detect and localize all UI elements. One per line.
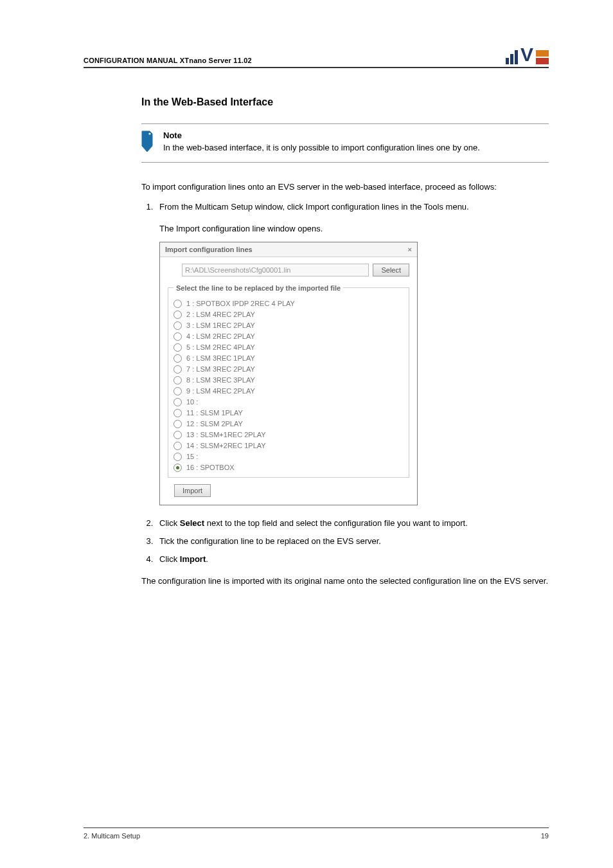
note-label: Note [163,131,480,140]
step-4-post: . [206,554,208,564]
config-line-label: 14 : SLSM+2REC 1PLAY [186,442,266,449]
radio-icon[interactable] [173,354,182,363]
config-line-option[interactable]: 14 : SLSM+2REC 1PLAY [173,440,404,451]
config-line-label: 13 : SLSM+1REC 2PLAY [186,431,266,439]
radio-icon[interactable] [173,343,182,352]
config-line-label: 9 : LSM 4REC 2PLAY [186,387,255,395]
config-line-label: 11 : SLSM 1PLAY [186,409,243,417]
step-1-subtext: The Import configuration line window ope… [159,222,549,235]
config-line-label: 3 : LSM 1REC 2PLAY [186,321,255,329]
import-button[interactable]: Import [174,484,211,497]
evs-logo: V [506,45,549,64]
path-input[interactable]: R:\ADL\Screenshots\Cfg00001.lin [182,264,369,276]
header-title: CONFIGURATION MANUAL XTnano Server 11.02 [84,57,252,64]
note-box: Note In the web-based interface, it is o… [141,123,549,163]
config-line-option[interactable]: 16 : SPOTBOX [173,462,404,473]
config-line-label: 4 : LSM 2REC 2PLAY [186,332,255,340]
config-line-option[interactable]: 3 : LSM 1REC 2PLAY [173,320,404,331]
config-line-option[interactable]: 8 : LSM 3REC 3PLAY [173,375,404,386]
radio-icon[interactable] [173,311,182,319]
config-line-option[interactable]: 11 : SLSM 1PLAY [173,408,404,419]
step-2-post: next to the top field and select the con… [204,518,468,528]
step-1-text: From the Multicam Setup window, click Im… [159,202,469,212]
lines-fieldset: Select the line to be replaced by the im… [168,284,409,478]
config-line-label: 5 : LSM 2REC 4PLAY [186,343,255,351]
config-line-label: 10 : [186,398,198,406]
config-line-option[interactable]: 10 : [173,397,404,408]
config-line-label: 12 : SLSM 2PLAY [186,420,243,428]
config-line-option[interactable]: 7 : LSM 3REC 2PLAY [173,364,404,375]
radio-icon[interactable] [173,300,182,308]
config-line-label: 15 : [186,453,198,460]
config-line-option[interactable]: 1 : SPOTBOX IPDP 2REC 4 PLAY [173,298,404,309]
radio-icon[interactable] [173,387,182,395]
radio-icon[interactable] [173,453,182,461]
fieldset-legend: Select the line to be replaced by the im… [173,284,343,292]
config-line-label: 16 : SPOTBOX [186,464,235,471]
radio-icon[interactable] [173,431,182,439]
closing-paragraph: The configuration line is imported with … [141,575,549,588]
section-heading: In the Web-Based Interface [141,96,549,108]
note-tag-icon [141,131,153,154]
config-line-label: 8 : LSM 3REC 3PLAY [186,376,255,384]
config-line-option[interactable]: 12 : SLSM 2PLAY [173,419,404,429]
step-2-pre: Click [159,518,180,528]
config-line-option[interactable]: 6 : LSM 3REC 1PLAY [173,353,404,364]
config-line-option[interactable]: 15 : [173,451,404,462]
footer-left: 2. Multicam Setup [84,832,140,840]
config-line-option[interactable]: 5 : LSM 2REC 4PLAY [173,342,404,353]
config-line-label: 7 : LSM 3REC 2PLAY [186,365,255,373]
page-footer: 2. Multicam Setup 19 [84,827,549,840]
radio-icon[interactable] [173,321,182,330]
config-line-label: 2 : LSM 4REC 2PLAY [186,311,255,318]
step-4-bold: Import [180,554,206,564]
intro-paragraph: To import configuration lines onto an EV… [141,181,549,194]
close-icon[interactable]: × [408,246,412,253]
step-4: Click Import. [155,553,549,566]
config-line-label: 6 : LSM 3REC 1PLAY [186,354,255,362]
step-3: Tick the configuration line to be replac… [155,535,549,548]
step-2-bold: Select [180,518,204,528]
radio-icon[interactable] [173,332,182,341]
page-header: CONFIGURATION MANUAL XTnano Server 11.02… [84,45,549,68]
radio-icon[interactable] [173,376,182,384]
dialog-title: Import configuration lines [165,246,253,253]
config-line-option[interactable]: 9 : LSM 4REC 2PLAY [173,386,404,397]
radio-icon[interactable] [173,464,182,472]
dialog-titlebar: Import configuration lines × [160,242,417,257]
select-button[interactable]: Select [373,264,409,276]
radio-icon[interactable] [173,409,182,417]
config-line-option[interactable]: 2 : LSM 4REC 2PLAY [173,309,404,320]
step-1: From the Multicam Setup window, click Im… [155,201,549,213]
step-2: Click Select next to the top field and s… [155,517,549,530]
note-body: In the web-based interface, it is only p… [163,141,480,154]
step-4-pre: Click [159,554,180,564]
svg-point-0 [148,132,150,134]
radio-icon[interactable] [173,365,182,374]
config-line-label: 1 : SPOTBOX IPDP 2REC 4 PLAY [186,300,295,307]
import-dialog: Import configuration lines × R:\ADL\Scre… [159,242,418,505]
footer-right: 19 [541,832,549,840]
radio-icon[interactable] [173,420,182,428]
config-line-option[interactable]: 4 : LSM 2REC 2PLAY [173,331,404,342]
radio-icon[interactable] [173,442,182,450]
config-line-option[interactable]: 13 : SLSM+1REC 2PLAY [173,429,404,440]
radio-icon[interactable] [173,398,182,406]
